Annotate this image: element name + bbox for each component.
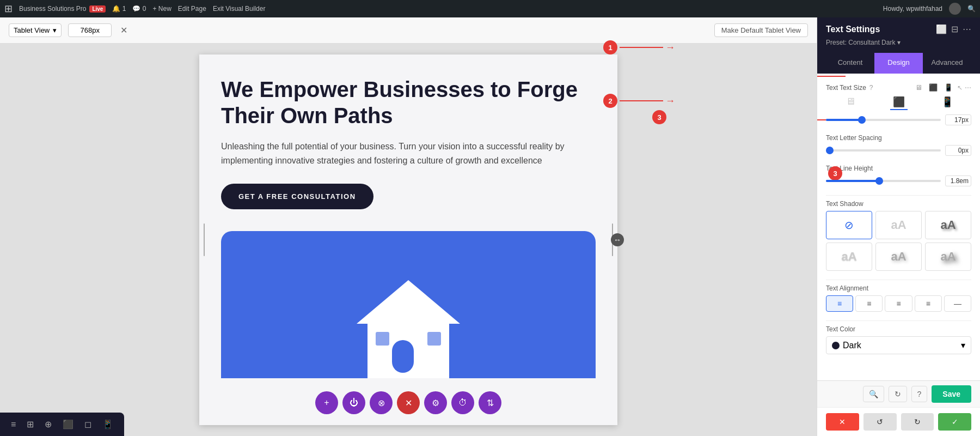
footer-save-button[interactable]: ✓ [938,413,971,431]
align-right-btn[interactable]: ≡ [885,295,912,312]
slider-thumb[interactable] [858,116,866,124]
close-px-button[interactable]: ✕ [118,25,130,35]
annotation-1-arrow [817,76,846,77]
tab-content[interactable]: Content [826,53,874,74]
divider-1 [826,195,971,196]
hamburger-btn[interactable]: ≡ [9,417,18,432]
cancel-button[interactable]: ✕ [826,413,859,431]
search-icon[interactable]: 🔍 [967,5,976,13]
letter-thumb[interactable] [826,147,834,154]
align-justify-btn[interactable]: ≡ [915,295,942,312]
move-fab[interactable]: ⇅ [479,391,501,414]
view-select[interactable]: Tablet View ▾ [9,23,62,37]
letter-spacing-slider-row: 0px [826,145,971,156]
line-thumb[interactable] [875,177,883,185]
align-left-btn[interactable]: ≡ [826,295,853,312]
page-heading[interactable]: We Empower Businesses to Forge Their Own… [221,76,591,129]
cta-button[interactable]: GET A FREE CONSULTATION [221,184,373,209]
comment-icon[interactable]: 💬 0 [132,5,146,13]
tablet-btn[interactable]: ◻ [82,417,94,432]
letter-spacing-section: Text Letter Spacing 0px [826,134,971,156]
search-btn[interactable]: ⊕ [42,417,54,432]
letter-spacing-slider[interactable] [826,149,941,152]
panel-tabs: Content Design Advanced [826,53,971,74]
add-fab[interactable]: + [315,391,338,414]
line-height-value[interactable]: 1.8em [945,175,971,186]
align-none-btn[interactable]: — [944,295,971,312]
preset-chevron[interactable]: ▾ [897,39,901,46]
tab-design[interactable]: Design [874,53,923,74]
line-height-slider[interactable] [826,179,941,183]
avatar[interactable] [949,3,961,15]
text-shadow-section: Text Shadow ⊘ aA aA aA [826,200,971,271]
text-size-value[interactable]: 17px [945,114,971,125]
delete-fab[interactable]: ✕ [397,391,420,414]
redo-button[interactable]: ↻ [901,413,934,431]
settings-fab[interactable]: ⚙ [424,391,447,414]
more-icon[interactable]: ⋯ [963,24,971,34]
history-fab[interactable]: ⏱ [451,391,474,414]
desktop-device-icon[interactable]: 🖥 [913,82,924,93]
tablet-device-icon[interactable]: ⬛ [927,82,940,93]
annotation-2-overlay: 2 → [603,94,675,108]
tablet-cell-icon: ⬛ [893,96,905,108]
live-badge: Live [89,5,106,13]
more-settings-icon[interactable]: ⋯ [965,84,971,92]
notification-icon[interactable]: 🔔 1 [112,5,126,13]
undo-button[interactable]: ↺ [863,413,897,431]
page-subtext: Unleashing the full potential of your bu… [221,140,569,167]
color-chevron-icon: ▾ [961,340,965,350]
edit-page-link[interactable]: Edit Page [178,5,206,13]
device-cell-desktop: 🖥 [842,96,859,110]
shadow-text-5: aA [940,250,955,264]
duplicate-fab[interactable]: ⊗ [370,391,393,414]
ann1-line [620,47,663,48]
annotation-3-overlay: 3 [652,110,666,124]
panel-title-icons: ⬜ ⊟ ⋯ [936,24,971,34]
shadow-heavy1[interactable]: aA [925,211,971,239]
divider-2 [826,280,971,280]
shadow-light2[interactable]: aA [826,243,872,271]
help-btn[interactable]: ? [911,386,928,402]
color-select[interactable]: Dark ▾ [826,336,971,354]
slider-track [826,119,941,121]
letter-spacing-value[interactable]: 0px [945,145,971,156]
save-button[interactable]: Save [932,385,971,403]
sidebar-icon[interactable]: ⊟ [951,24,958,34]
search-settings-btn[interactable]: 🔍 [863,386,884,402]
shadow-none[interactable]: ⊘ [826,211,872,239]
desktop-btn[interactable]: ⬛ [60,417,76,432]
shadow-text-2: aA [940,218,955,232]
text-alignment-label: Text Alignment [826,284,971,292]
power-fab[interactable]: ⏻ [342,391,365,414]
house-svg [327,247,490,378]
panel-preset: Preset: Consultant Dark ▾ [826,39,971,46]
page-content: We Empower Businesses to Forge Their Own… [199,55,617,220]
annotation-1-overlay: 1 → [603,40,675,55]
grid-btn[interactable]: ⊞ [24,417,36,432]
color-dot [832,342,840,349]
text-color-section: Text Color Dark ▾ [826,325,971,354]
px-input[interactable] [68,23,112,37]
mobile-device-icon[interactable]: 📱 [942,82,955,93]
shadow-heavy2[interactable]: aA [925,243,971,271]
refresh-btn[interactable]: ↻ [889,386,907,402]
maximize-icon[interactable]: ⬜ [936,24,947,34]
shadow-medium2[interactable]: aA [875,243,922,271]
make-default-button[interactable]: Make Default Tablet View [714,23,808,37]
line-fill [826,180,878,182]
exit-builder-link[interactable]: Exit Visual Builder [213,5,266,13]
annotation-2-group: 2 17px [826,114,971,125]
annotation-1-group: 1 [817,74,846,83]
align-center-btn[interactable]: ≡ [855,295,883,312]
new-button[interactable]: + New [152,5,171,13]
wp-logo[interactable]: ⊞ [4,3,13,15]
device-cell-tablet[interactable]: ⬛ [890,96,908,110]
shadow-light1[interactable]: aA [875,211,922,239]
resize-handle[interactable]: ↔ [611,233,624,246]
text-size-slider[interactable] [826,118,941,122]
panel-header: Text Settings ⬜ ⊟ ⋯ Preset: Consultant D… [817,17,980,74]
mobile-btn[interactable]: 📱 [100,417,115,432]
tab-advanced[interactable]: Advanced [923,53,971,74]
help-icon: ? [869,84,873,92]
